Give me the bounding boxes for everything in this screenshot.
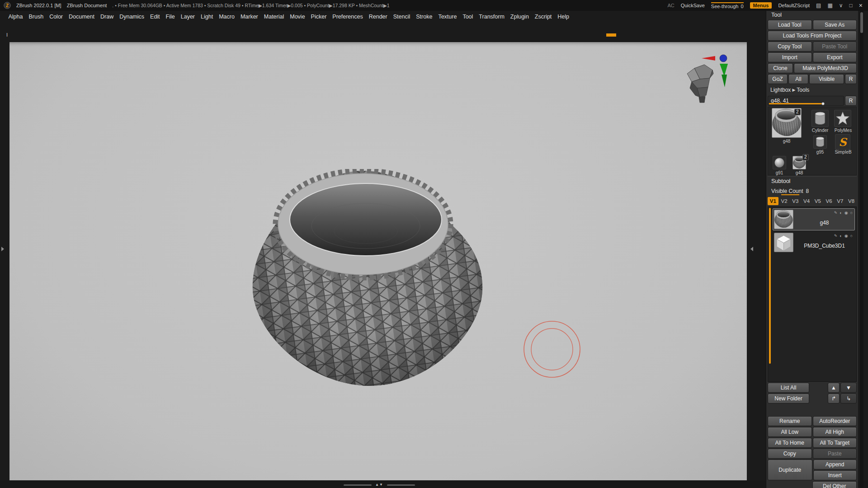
tab-v4[interactable]: V4	[801, 197, 812, 205]
all-high-button[interactable]: All High	[813, 427, 857, 437]
list-all-button[interactable]: List All	[768, 383, 809, 393]
scrub-line-right[interactable]	[387, 484, 415, 486]
panel-layout-icon[interactable]: ▤	[816, 2, 821, 9]
load-tools-from-project-button[interactable]: Load Tools From Project	[768, 31, 857, 41]
subtool-toggle-icon[interactable]: ◉	[844, 211, 848, 215]
menu-item[interactable]: File	[163, 12, 178, 22]
all-to-target-button[interactable]: All To Target	[813, 438, 857, 448]
subtool-toggle-icon[interactable]: ◐	[840, 211, 842, 215]
scrub-arrows-icon[interactable]: ▲▼	[375, 483, 383, 487]
timeline-scrubber[interactable]: ▲▼	[344, 483, 415, 487]
minimize-icon[interactable]: ∨	[839, 2, 843, 9]
menu-item[interactable]: Zscript	[532, 12, 555, 22]
tab-v5[interactable]: V5	[812, 197, 823, 205]
tool-thumb-cylinder[interactable]	[811, 110, 829, 127]
folder-out-icon[interactable]: ↱	[828, 394, 840, 404]
save-as-button[interactable]: Save As	[813, 20, 857, 30]
tool-thumb-simplebrush[interactable]: S	[835, 134, 850, 150]
menu-item[interactable]: Movie	[287, 12, 308, 22]
menu-item[interactable]: Preferences	[330, 12, 366, 22]
menu-item[interactable]: Stroke	[413, 12, 435, 22]
menu-item[interactable]: Tool	[460, 12, 476, 22]
lightbox-tools-row[interactable]: Lightbox ▶ Tools	[768, 85, 857, 95]
scrub-line-left[interactable]	[344, 484, 372, 486]
menus-button[interactable]: Menus	[750, 2, 772, 9]
subtool-toggle-icon[interactable]: ✎	[834, 234, 838, 238]
left-tray-toggle-icon[interactable]	[1, 247, 4, 251]
menu-item[interactable]: Stencil	[390, 12, 413, 22]
menu-item[interactable]: Document	[66, 12, 98, 22]
menu-item[interactable]: Render	[366, 12, 390, 22]
load-tool-button[interactable]: Load Tool	[768, 20, 812, 30]
menu-item[interactable]: Marker	[237, 12, 261, 22]
goz-visible-button[interactable]: Visible	[809, 74, 844, 84]
menu-item[interactable]: Dynamics	[117, 12, 147, 22]
copy-tool-button[interactable]: Copy Tool	[768, 42, 812, 52]
subtool-down-icon[interactable]: ▼	[840, 383, 857, 393]
del-other-button[interactable]: Del Other	[812, 481, 857, 488]
menu-item[interactable]: Edit	[147, 12, 163, 22]
tool-thumb-g95[interactable]	[813, 135, 827, 149]
all-low-button[interactable]: All Low	[768, 427, 812, 437]
import-button[interactable]: Import	[768, 52, 812, 62]
insert-button[interactable]: Insert	[813, 470, 857, 480]
lightbox-tools-label[interactable]: Tools	[797, 87, 809, 93]
menu-item[interactable]: Texture	[435, 12, 460, 22]
subtool-up-icon[interactable]: ▲	[828, 383, 840, 393]
restore-icon[interactable]: □	[849, 2, 853, 9]
autoreorder-button[interactable]: AutoReorder	[813, 416, 857, 426]
menu-item[interactable]: Layer	[178, 12, 198, 22]
rename-button[interactable]: Rename	[768, 416, 812, 426]
tab-v8[interactable]: V8	[846, 197, 857, 205]
tab-v2[interactable]: V2	[779, 197, 790, 205]
menu-item[interactable]: Material	[261, 12, 287, 22]
menu-item[interactable]: Help	[555, 12, 572, 22]
lightbox-label[interactable]: Lightbox	[770, 87, 791, 93]
close-icon[interactable]: ×	[859, 2, 863, 9]
menu-item[interactable]: Transform	[476, 12, 508, 22]
subtool-toggle-icon[interactable]: ○	[850, 211, 853, 215]
tab-v1[interactable]: V1	[768, 197, 778, 205]
tool-thumb-g91[interactable]	[773, 156, 786, 169]
duplicate-button[interactable]: Duplicate	[768, 460, 812, 480]
goz-r-button[interactable]: R	[845, 74, 857, 84]
slider-r-button[interactable]: R	[845, 96, 857, 106]
subtool-toggle-icon[interactable]: ◐	[840, 234, 842, 238]
tab-v7[interactable]: V7	[835, 197, 846, 205]
make-polymesh3d-button[interactable]: Make PolyMesh3D	[794, 63, 857, 73]
tab-v3[interactable]: V3	[790, 197, 801, 205]
subtool-toggle-icon[interactable]: ○	[850, 234, 853, 238]
slider-handle[interactable]	[821, 102, 825, 105]
clone-button[interactable]: Clone	[768, 63, 793, 73]
subtool-item-pm3d-cube[interactable]: ✎◐◉○ PM3D_Cube3D1	[773, 231, 855, 253]
subtool-toggle-icon[interactable]: ◉	[844, 234, 848, 238]
panel-scrollbar-thumb[interactable]	[860, 12, 863, 33]
tool-thumb-polymesh-star[interactable]	[834, 110, 851, 127]
folder-in-icon[interactable]: ↳	[840, 394, 857, 404]
ac-button[interactable]: AC	[667, 3, 674, 8]
see-through-slider[interactable]: See-through 0	[711, 2, 744, 9]
menu-item[interactable]: Light	[198, 12, 216, 22]
camera-gizmo[interactable]	[682, 52, 738, 113]
menu-item[interactable]: Picker	[308, 12, 330, 22]
menu-item[interactable]: Alpha	[5, 12, 26, 22]
subtool-section-header[interactable]: Subtool	[768, 176, 857, 186]
timeline-marker[interactable]	[606, 33, 616, 37]
append-button[interactable]: Append	[813, 460, 857, 469]
subtool-toggle-icon[interactable]: ✎	[834, 211, 838, 215]
export-button[interactable]: Export	[813, 52, 857, 62]
subtool-scrollbar[interactable]	[769, 208, 771, 364]
default-zscript-button[interactable]: DefaultZScript	[778, 3, 810, 8]
panel-scrollbar[interactable]	[860, 11, 863, 488]
subtool-item-g48[interactable]: ✎◐◉○ g48	[773, 208, 855, 230]
menu-item[interactable]: Macro	[216, 12, 238, 22]
tab-v6[interactable]: V6	[824, 197, 835, 205]
timeline-cursor[interactable]: I	[6, 32, 8, 38]
grid-layout-icon[interactable]: ▦	[827, 2, 832, 9]
sculpt-model-3d[interactable]	[252, 169, 484, 393]
active-tool-slider[interactable]: g48. 41	[768, 96, 844, 106]
copy-subtool-button[interactable]: Copy	[768, 449, 812, 459]
menu-item[interactable]: Brush	[26, 12, 47, 22]
right-tray-toggle-icon[interactable]	[750, 247, 753, 251]
menu-item[interactable]: Draw	[98, 12, 117, 22]
